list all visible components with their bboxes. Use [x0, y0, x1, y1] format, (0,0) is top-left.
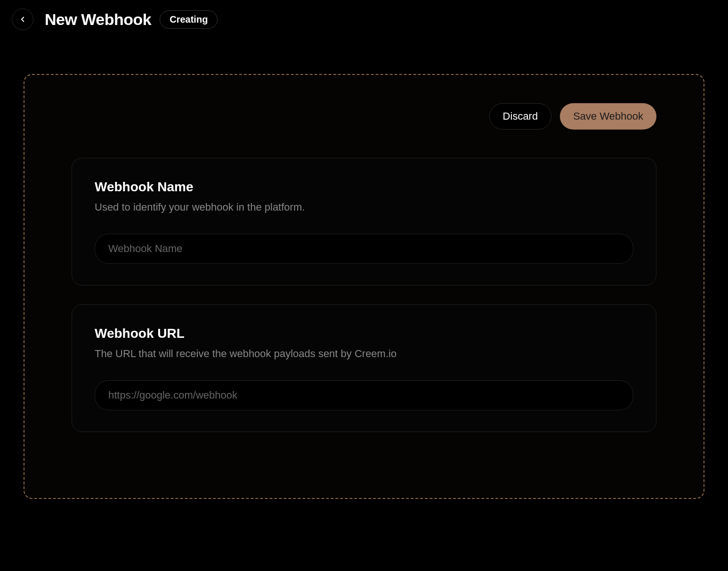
webhook-url-card: Webhook URL The URL that will receive th… — [72, 304, 656, 432]
webhook-name-title: Webhook Name — [95, 179, 633, 195]
status-badge: Creating — [160, 10, 218, 29]
webhook-url-description: The URL that will receive the webhook pa… — [95, 347, 633, 361]
save-webhook-button[interactable]: Save Webhook — [560, 103, 656, 130]
webhook-url-title: Webhook URL — [95, 326, 633, 341]
discard-button[interactable]: Discard — [489, 103, 552, 130]
action-buttons-row: Discard Save Webhook — [72, 103, 656, 130]
page-header: New Webhook Creating — [0, 0, 728, 39]
back-button[interactable] — [12, 8, 33, 30]
webhook-name-description: Used to identify your webhook in the pla… — [95, 200, 633, 215]
form-container: Discard Save Webhook Webhook Name Used t… — [24, 74, 704, 499]
webhook-name-input[interactable] — [95, 234, 633, 264]
page-title: New Webhook — [45, 10, 151, 29]
webhook-name-card: Webhook Name Used to identify your webho… — [72, 158, 656, 286]
chevron-left-icon — [18, 15, 27, 24]
webhook-url-input[interactable] — [95, 380, 633, 410]
